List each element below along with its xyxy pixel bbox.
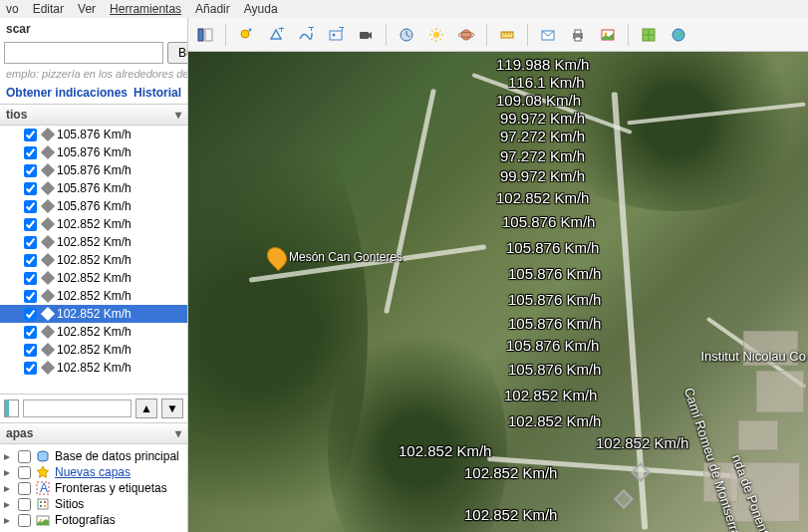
place-item[interactable]: 105.876 Km/h bbox=[0, 179, 187, 197]
place-checkbox[interactable] bbox=[24, 200, 37, 213]
place-label: 102.852 Km/h bbox=[57, 217, 132, 231]
place-item[interactable]: 102.852 Km/h bbox=[0, 323, 187, 341]
place-item[interactable]: 105.876 Km/h bbox=[0, 143, 187, 161]
placemark-icon bbox=[41, 307, 55, 321]
menu-item[interactable]: Ver bbox=[78, 2, 96, 16]
place-item[interactable]: 102.852 Km/h bbox=[0, 251, 187, 269]
speed-label[interactable]: 102.852 Km/h bbox=[496, 189, 589, 206]
place-checkbox[interactable] bbox=[24, 164, 37, 177]
speed-label[interactable]: 105.876 Km/h bbox=[508, 291, 601, 308]
places-header[interactable]: tios ▾ bbox=[0, 104, 187, 126]
place-item[interactable]: 102.852 Km/h bbox=[0, 215, 187, 233]
speed-label[interactable]: 99.972 Km/h bbox=[500, 110, 585, 127]
speed-label[interactable]: 102.852 Km/h bbox=[399, 442, 491, 459]
menu-item[interactable]: Ayuda bbox=[244, 2, 278, 16]
place-checkbox[interactable] bbox=[24, 236, 37, 249]
speed-label[interactable]: 105.876 Km/h bbox=[508, 361, 601, 378]
view-in-maps-button[interactable] bbox=[636, 22, 662, 48]
speed-label[interactable]: 102.852 Km/h bbox=[464, 506, 557, 523]
menu-item[interactable]: Herramientas bbox=[110, 2, 181, 16]
layer-checkbox[interactable] bbox=[18, 498, 31, 511]
place-checkbox[interactable] bbox=[24, 146, 37, 159]
place-checkbox[interactable] bbox=[24, 272, 37, 285]
speed-label[interactable]: 105.876 Km/h bbox=[506, 337, 599, 354]
layer-label[interactable]: Nuevas capas bbox=[55, 465, 131, 479]
history-link[interactable]: Historial bbox=[134, 86, 181, 100]
place-checkbox[interactable] bbox=[24, 218, 37, 231]
history-button[interactable] bbox=[394, 22, 419, 48]
speed-label[interactable]: 116.1 Km/h bbox=[508, 74, 585, 91]
place-item[interactable]: 102.852 Km/h bbox=[0, 287, 187, 305]
add-polygon-button[interactable]: + bbox=[263, 22, 289, 48]
opacity-slider[interactable] bbox=[23, 399, 132, 417]
speed-label[interactable]: 119.988 Km/h bbox=[496, 56, 589, 73]
speed-label[interactable]: 105.876 Km/h bbox=[506, 239, 599, 256]
place-checkbox[interactable] bbox=[24, 308, 37, 321]
move-down-button[interactable]: ▼ bbox=[161, 399, 183, 418]
menu-item[interactable]: vo bbox=[6, 2, 19, 16]
place-checkbox[interactable] bbox=[24, 182, 37, 195]
map-viewport[interactable]: Mesón Can Gonteres Institut Nicolau Co C… bbox=[188, 52, 808, 532]
place-item[interactable]: 102.852 Km/h bbox=[0, 233, 187, 251]
ruler-button[interactable] bbox=[494, 22, 520, 48]
placemark-icon bbox=[41, 163, 55, 177]
menu-item[interactable]: Añadir bbox=[195, 2, 230, 16]
speed-label[interactable]: 102.852 Km/h bbox=[508, 412, 601, 429]
save-image-button[interactable] bbox=[595, 22, 621, 48]
layer-item[interactable]: ▸Nuevas capas bbox=[2, 464, 185, 480]
search-input[interactable] bbox=[4, 42, 163, 64]
opacity-toggle[interactable] bbox=[4, 399, 19, 417]
place-checkbox[interactable] bbox=[24, 129, 37, 141]
email-button[interactable] bbox=[535, 22, 561, 48]
layer-item[interactable]: ▸Fotografías bbox=[2, 512, 185, 528]
record-tour-button[interactable] bbox=[353, 22, 379, 48]
layer-checkbox[interactable] bbox=[18, 466, 31, 479]
layer-checkbox[interactable] bbox=[18, 482, 31, 495]
speed-label[interactable]: 109.08 Km/h bbox=[496, 92, 581, 109]
layer-checkbox[interactable] bbox=[18, 450, 31, 463]
place-checkbox[interactable] bbox=[24, 290, 37, 303]
svg-rect-5 bbox=[44, 501, 46, 503]
add-path-button[interactable]: + bbox=[293, 22, 319, 48]
add-placemark-button[interactable] bbox=[233, 22, 259, 48]
speed-label[interactable]: 97.272 Km/h bbox=[500, 147, 585, 164]
planet-button[interactable] bbox=[453, 22, 479, 48]
add-image-overlay-button[interactable]: + bbox=[323, 22, 349, 48]
place-item[interactable]: 105.876 Km/h bbox=[0, 126, 187, 143]
speed-label[interactable]: 102.852 Km/h bbox=[596, 434, 688, 451]
placemark-icon bbox=[41, 217, 55, 231]
search-button[interactable]: Buscar bbox=[167, 42, 188, 64]
layers-list: ▸Base de datos principal▸Nuevas capas▸AF… bbox=[0, 444, 187, 532]
place-checkbox[interactable] bbox=[24, 362, 37, 375]
layer-item[interactable]: ▸AFronteras y etiquetas bbox=[2, 480, 185, 496]
menu-item[interactable]: Editar bbox=[33, 2, 64, 16]
directions-link[interactable]: Obtener indicaciones bbox=[6, 86, 128, 100]
speed-label[interactable]: 102.852 Km/h bbox=[464, 464, 557, 481]
map-poi-institut[interactable]: Institut Nicolau Co bbox=[701, 349, 807, 364]
speed-label[interactable]: 105.876 Km/h bbox=[502, 213, 595, 230]
print-button[interactable] bbox=[565, 22, 591, 48]
place-item[interactable]: 102.852 Km/h bbox=[0, 359, 187, 377]
hide-sidebar-button[interactable] bbox=[192, 22, 218, 48]
speed-label[interactable]: 105.876 Km/h bbox=[508, 265, 601, 282]
map-poi-meson[interactable]: Mesón Can Gonteres bbox=[268, 246, 403, 268]
layers-header[interactable]: apas ▾ bbox=[0, 422, 187, 444]
speed-label[interactable]: 102.852 Km/h bbox=[504, 387, 597, 403]
place-checkbox[interactable] bbox=[24, 254, 37, 267]
layer-checkbox[interactable] bbox=[18, 514, 31, 527]
speed-label[interactable]: 99.972 Km/h bbox=[500, 167, 585, 184]
speed-label[interactable]: 105.876 Km/h bbox=[508, 315, 601, 332]
earth-button[interactable] bbox=[666, 22, 691, 48]
layer-item[interactable]: ▸Base de datos principal bbox=[2, 448, 185, 464]
move-up-button[interactable]: ▲ bbox=[135, 399, 157, 418]
place-checkbox[interactable] bbox=[24, 344, 37, 357]
sunlight-button[interactable] bbox=[423, 22, 449, 48]
place-item[interactable]: 105.876 Km/h bbox=[0, 197, 187, 215]
place-item[interactable]: 102.852 Km/h bbox=[0, 305, 187, 323]
place-item[interactable]: 102.852 Km/h bbox=[0, 269, 187, 287]
speed-label[interactable]: 97.272 Km/h bbox=[500, 128, 585, 144]
place-checkbox[interactable] bbox=[24, 326, 37, 339]
layer-item[interactable]: ▸Sitios bbox=[2, 496, 185, 512]
place-item[interactable]: 102.852 Km/h bbox=[0, 341, 187, 359]
place-item[interactable]: 105.876 Km/h bbox=[0, 161, 187, 179]
